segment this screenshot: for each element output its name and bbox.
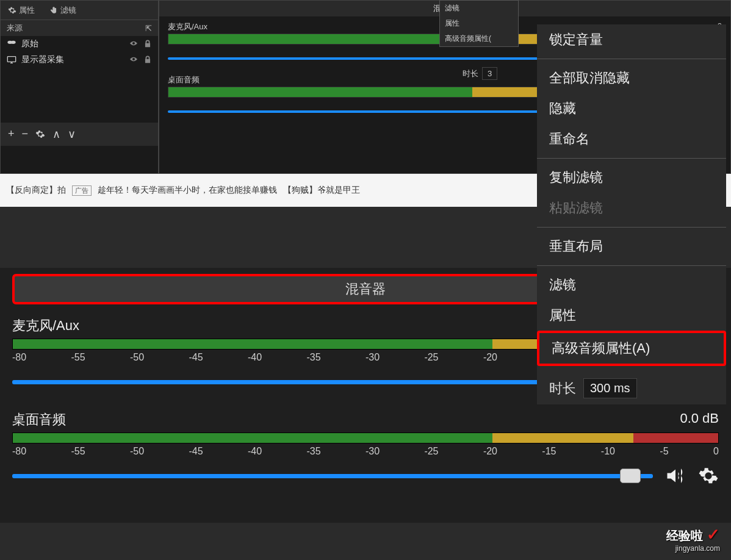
hand-icon — [49, 6, 58, 15]
source-item[interactable]: 显示器采集 — [1, 52, 158, 68]
menu-rename[interactable]: 重命名 — [537, 124, 726, 154]
sources-toolbar: + − ∧ ∨ — [1, 123, 158, 146]
monitor-icon — [7, 56, 16, 64]
audio-meter — [12, 433, 719, 443]
channel-name: 麦克风/Aux — [168, 21, 207, 32]
menu-properties[interactable]: 属性 — [537, 300, 726, 331]
eye-icon[interactable] — [129, 56, 139, 63]
remove-source-button[interactable]: − — [22, 127, 29, 141]
meter-ticks: -80-55-50-45-40-35-30-25-20-15-10-50 — [12, 446, 719, 457]
gear-icon — [8, 6, 16, 15]
source-item[interactable]: 原始 — [1, 36, 158, 52]
gear-icon[interactable] — [698, 465, 719, 486]
menu-filters[interactable]: 滤镜 — [440, 1, 518, 16]
ad-text: 【反向商定】拍 — [6, 185, 66, 196]
small-duration-value[interactable]: 3 — [482, 67, 497, 80]
menu-copy-filters[interactable]: 复制滤镜 — [537, 162, 726, 193]
desktop-channel: 桌面音频 0.0 dB -80-55-50-45-40-35-30-25-20-… — [12, 411, 719, 486]
move-up-button[interactable]: ∧ — [52, 127, 60, 141]
expand-icon[interactable]: ⇱ — [145, 24, 152, 33]
sources-title: 来源 — [7, 23, 23, 34]
menu-paste-filters: 粘贴滤镜 — [537, 193, 726, 223]
tab-label: 属性 — [19, 5, 35, 16]
channel-name: 桌面音频 — [12, 411, 66, 429]
tab-properties[interactable]: 属性 — [1, 1, 42, 20]
duration-row: 时长 300 ms — [537, 372, 726, 404]
svg-rect-0 — [7, 57, 15, 62]
menu-advanced-audio[interactable]: 高级音频属性( — [440, 31, 518, 46]
sources-panel: 属性 滤镜 来源 ⇱ 原始 显示器采集 — [0, 0, 159, 174]
add-source-button[interactable]: + — [8, 127, 15, 141]
menu-lock-volume[interactable]: 锁定音量 — [537, 24, 726, 55]
volume-slider[interactable] — [12, 474, 653, 478]
ad-text: 趁年轻！每天学画画半小时，在家也能接单赚钱 — [98, 185, 277, 196]
watermark: 经验啦 ✓ jingyanla.com — [666, 525, 720, 553]
channel-level: 0.0 dB — [680, 411, 719, 429]
menu-advanced-audio[interactable]: 高级音频属性(A) — [537, 331, 726, 366]
channel-name: 麦克风/Aux — [12, 317, 79, 335]
small-context-menu: 滤镜 属性 高级音频属性( — [439, 0, 519, 47]
channel-name: 桌面音频 — [168, 74, 200, 85]
lock-icon[interactable] — [143, 56, 152, 64]
menu-filters[interactable]: 滤镜 — [537, 270, 726, 300]
ad-text: 【狗贼】爷就是甲王 — [283, 185, 360, 196]
move-down-button[interactable]: ∨ — [68, 127, 76, 141]
mask-icon — [7, 40, 16, 48]
menu-vertical-layout[interactable]: 垂直布局 — [537, 231, 726, 262]
source-name: 原始 — [21, 38, 38, 49]
menu-hide[interactable]: 隐藏 — [537, 93, 726, 124]
lock-icon[interactable] — [143, 40, 152, 48]
menu-unhide-all[interactable]: 全部取消隐藏 — [537, 63, 726, 93]
source-name: 显示器采集 — [21, 54, 64, 65]
sources-list: 原始 显示器采集 — [1, 36, 158, 68]
check-icon: ✓ — [707, 525, 720, 544]
ad-tag: 广告 — [72, 185, 92, 196]
speaker-icon[interactable] — [664, 467, 687, 485]
menu-properties[interactable]: 属性 — [440, 16, 518, 31]
duration-input[interactable]: 300 ms — [583, 378, 637, 398]
eye-icon[interactable] — [129, 40, 139, 47]
duration-label: 时长 — [549, 379, 576, 398]
mixer-context-menu: 锁定音量 全部取消隐藏 隐藏 重命名 复制滤镜 粘贴滤镜 垂直布局 滤镜 属性 … — [537, 24, 726, 404]
small-duration-label: 时长 — [463, 68, 478, 79]
source-settings-button[interactable] — [35, 127, 45, 141]
tab-filters[interactable]: 滤镜 — [42, 1, 84, 20]
tab-label: 滤镜 — [60, 5, 76, 16]
